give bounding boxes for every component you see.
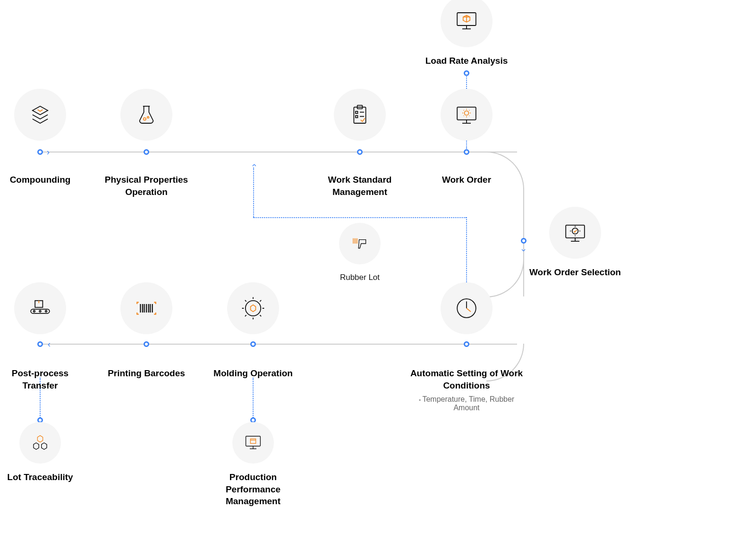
node-printing-barcodes: Printing Barcodes <box>99 282 194 380</box>
barcode-icon <box>120 282 172 334</box>
svg-point-42 <box>45 311 47 313</box>
barcode-scanner-icon <box>339 223 381 264</box>
svg-point-7 <box>147 117 149 118</box>
node-work-order-selection: Work Order Selection <box>528 207 622 279</box>
connector-dot <box>521 238 527 244</box>
node-compounding: Compounding <box>0 89 87 186</box>
node-label: Work Order <box>442 174 491 186</box>
node-label: Production Performance Management <box>206 471 300 507</box>
process-flow-diagram: › › ‹ › Load Rate Analysis <box>0 0 756 541</box>
node-post-process-transfer: Post-process Transfer <box>0 282 87 391</box>
node-physical-properties: Physical Properties Operation <box>99 89 194 198</box>
node-label: Work Order Selection <box>529 266 621 279</box>
svg-point-41 <box>39 311 41 313</box>
clock-icon <box>441 282 493 334</box>
node-label: Printing Barcodes <box>108 367 185 380</box>
node-work-standard: Work Standard Management <box>313 89 407 198</box>
node-lot-traceability: Lot Traceability <box>0 422 87 483</box>
node-label: Automatic Setting of Work Conditions <box>405 367 528 391</box>
node-label: Work Standard Management <box>313 174 407 198</box>
node-label: Physical Properties Operation <box>99 174 194 198</box>
gear-cube-icon <box>227 282 279 334</box>
svg-rect-46 <box>250 439 255 444</box>
monitor-gear-check-icon <box>549 207 601 259</box>
layers-icon <box>14 89 66 141</box>
node-sublabel: Temperature, Time, Rubber Amount <box>405 395 528 412</box>
svg-point-40 <box>34 311 35 313</box>
node-label: Lot Traceability <box>7 471 73 483</box>
svg-rect-11 <box>356 116 358 118</box>
node-auto-setting: Automatic Setting of Work Conditions Tem… <box>405 282 528 412</box>
arrow-down-icon: › <box>519 249 529 252</box>
monitor-cube-icon <box>441 0 493 47</box>
cubes-icon <box>19 422 61 464</box>
connector-dot <box>464 70 469 76</box>
svg-rect-43 <box>246 436 261 446</box>
node-molding-operation: Molding Operation <box>206 282 300 380</box>
monitor-box-icon <box>232 422 274 464</box>
svg-point-29 <box>246 301 261 316</box>
dotted-connector <box>253 217 467 218</box>
node-label: Load Rate Analysis <box>425 55 508 67</box>
node-label: Rubber Lot <box>340 273 380 282</box>
dotted-connector <box>253 168 254 217</box>
dotted-connector <box>253 378 254 418</box>
svg-line-28 <box>467 308 471 312</box>
node-production-performance: Production Performance Management <box>206 422 300 507</box>
conveyor-icon <box>14 282 66 334</box>
arrow-up-icon: › <box>249 164 259 167</box>
svg-point-21 <box>572 228 578 234</box>
node-label: Molding Operation <box>213 367 293 380</box>
node-work-order: Work Order <box>419 89 514 186</box>
node-rubber-lot: Rubber Lot <box>313 223 407 282</box>
svg-rect-8 <box>354 107 365 123</box>
node-label: Post-process Transfer <box>0 367 87 391</box>
svg-point-17 <box>465 111 469 115</box>
node-label: Compounding <box>10 174 71 186</box>
svg-point-6 <box>144 118 146 120</box>
clipboard-check-icon <box>334 89 386 141</box>
flask-icon <box>120 89 172 141</box>
node-load-rate-analysis: Load Rate Analysis <box>419 0 514 67</box>
dotted-connector <box>466 217 467 288</box>
svg-rect-10 <box>356 111 358 114</box>
monitor-gear-icon <box>441 89 493 141</box>
